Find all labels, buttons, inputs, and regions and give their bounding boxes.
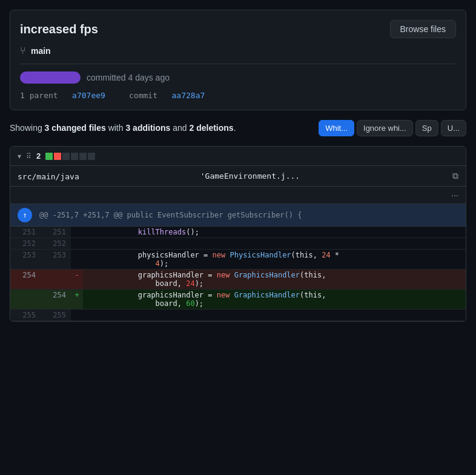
line-sign: + bbox=[71, 290, 83, 310]
table-row: 255 255 bbox=[10, 310, 466, 321]
file-path: src/main/java bbox=[18, 172, 79, 181]
neutral-indicator-1 bbox=[62, 153, 70, 160]
stats-and: and bbox=[170, 123, 189, 133]
diff-container: ▾ ⠿ 2 src/main/java 'GameEnvironment.j..… bbox=[10, 146, 466, 322]
commit-label: commit bbox=[129, 91, 157, 100]
old-line-num: 251 bbox=[10, 227, 41, 238]
copy-path-button[interactable]: ⧉ bbox=[452, 171, 458, 181]
table-row: 254 + graphicsHandler = new GraphicsHand… bbox=[10, 290, 466, 310]
diff-file-actions: ⧉ bbox=[452, 171, 458, 181]
whitespace-button[interactable]: Whit... bbox=[319, 120, 354, 136]
table-row: 251 251 killThreads(); bbox=[10, 227, 466, 238]
table-row: 252 252 bbox=[10, 238, 466, 250]
parent-hash[interactable]: a707ee9 bbox=[72, 91, 105, 100]
line-sign bbox=[71, 250, 83, 270]
old-line-num: 253 bbox=[10, 250, 41, 270]
split-view-button[interactable]: Sp bbox=[415, 120, 438, 136]
diff-count: 2 bbox=[36, 151, 41, 161]
diff-file-path-row: src/main/java 'GameEnvironment.j... ⧉ bbox=[10, 166, 466, 187]
addition-indicator bbox=[45, 153, 53, 160]
stats-with: with bbox=[106, 123, 126, 133]
toolbar-buttons: Whit... Ignore whi... Sp U... bbox=[319, 120, 466, 136]
commit-title: increased fps bbox=[20, 22, 98, 36]
new-line-num: 254 bbox=[41, 290, 71, 310]
diff-file-path: src/main/java 'GameEnvironment.j... bbox=[18, 171, 300, 181]
hunk-header-text: @@ -251,7 +251,7 @@ public EventSubscrib… bbox=[39, 211, 302, 219]
branch-name: main bbox=[31, 46, 51, 56]
stats-prefix: Showing bbox=[10, 123, 45, 133]
line-code bbox=[83, 238, 466, 250]
commit-time: committed 4 days ago bbox=[87, 73, 170, 82]
stats-text: Showing 3 changed files with 3 additions… bbox=[10, 122, 236, 135]
diff-file-header: ▾ ⠿ 2 bbox=[10, 147, 466, 166]
new-line-num: 255 bbox=[41, 310, 71, 321]
line-code bbox=[83, 310, 466, 321]
main-container: increased fps Browse files ⑂ main commit… bbox=[0, 0, 476, 331]
commit-title-row: increased fps Browse files bbox=[20, 20, 456, 38]
stats-additions: 3 additions bbox=[125, 123, 170, 133]
neutral-indicator-4 bbox=[88, 153, 95, 160]
line-code: graphicsHandler = new GraphicsHandler(th… bbox=[83, 270, 466, 290]
line-code: physicsHandler = new PhysicsHandler(this… bbox=[83, 250, 466, 270]
new-line-num: 252 bbox=[41, 238, 71, 250]
new-line-num: 251 bbox=[41, 227, 71, 238]
line-code: graphicsHandler = new GraphicsHandler(th… bbox=[83, 290, 466, 310]
diff-indicators bbox=[45, 153, 95, 160]
stats-changed: 3 changed files bbox=[45, 123, 106, 133]
avatar bbox=[20, 71, 81, 84]
browse-files-button[interactable]: Browse files bbox=[390, 20, 456, 38]
stats-period: . bbox=[234, 123, 236, 133]
move-icon: ⠿ bbox=[26, 152, 31, 161]
hunk-expand-button[interactable]: ↑ bbox=[18, 208, 32, 222]
old-line-num: 252 bbox=[10, 238, 41, 250]
line-sign bbox=[71, 238, 83, 250]
diff-code-table: 251 251 killThreads(); 252 252 253 253 p… bbox=[10, 227, 466, 321]
stats-toolbar: Showing 3 changed files with 3 additions… bbox=[10, 120, 466, 136]
line-sign bbox=[71, 310, 83, 321]
neutral-indicator-2 bbox=[71, 153, 78, 160]
old-line-num bbox=[10, 290, 41, 310]
commit-header: increased fps Browse files ⑂ main commit… bbox=[10, 10, 466, 110]
table-row: 253 253 physicsHandler = new PhysicsHand… bbox=[10, 250, 466, 270]
diff-more-row: ··· bbox=[10, 187, 466, 204]
branch-icon: ⑂ bbox=[20, 45, 26, 56]
line-code: killThreads(); bbox=[83, 227, 466, 238]
ignore-whitespace-button[interactable]: Ignore whi... bbox=[357, 120, 413, 136]
branch-row: ⑂ main bbox=[20, 45, 456, 64]
author-row: committed 4 days ago bbox=[20, 71, 456, 84]
unified-view-button[interactable]: U... bbox=[441, 120, 466, 136]
commit-hash[interactable]: aa728a7 bbox=[172, 91, 205, 100]
new-line-num: 253 bbox=[41, 250, 71, 270]
line-sign bbox=[71, 227, 83, 238]
parent-label: 1 parent bbox=[20, 91, 58, 100]
collapse-button[interactable]: ▾ bbox=[18, 152, 21, 161]
new-line-num bbox=[41, 270, 71, 290]
stats-deletions: 2 deletions bbox=[189, 123, 233, 133]
file-name: 'GameEnvironment.j... bbox=[200, 171, 300, 181]
diff-hunk-header: ↑ @@ -251,7 +251,7 @@ public EventSubscr… bbox=[10, 204, 466, 227]
parent-row: 1 parent a707ee9 commit aa728a7 bbox=[20, 91, 456, 100]
old-line-num: 254 bbox=[10, 270, 41, 290]
old-line-num: 255 bbox=[10, 310, 41, 321]
neutral-indicator-3 bbox=[79, 153, 87, 160]
line-sign: - bbox=[71, 270, 83, 290]
more-options-button[interactable]: ··· bbox=[451, 190, 458, 200]
table-row: 254 - graphicsHandler = new GraphicsHand… bbox=[10, 270, 466, 290]
deletion-indicator bbox=[54, 153, 61, 160]
